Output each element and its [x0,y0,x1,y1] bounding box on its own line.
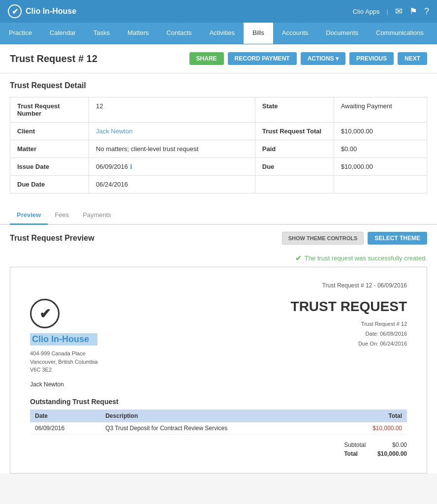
table-row: Due Date 06/24/2016 [10,176,427,193]
client-label: Client [10,123,89,140]
tab-fees[interactable]: Fees [48,206,76,225]
preview-title: Trust Request Preview [10,234,94,243]
doc-info-number: Trust Request # 12 [291,319,407,329]
total-label: Total [344,450,358,457]
doc-logo-icon: ✔ [30,299,60,328]
table-row: Trust Request Number 12 State Awaiting P… [10,97,427,123]
header-actions: SHARE RECORD PAYMENT ACTIONS PREVIOUS NE… [189,52,427,65]
paid-value: $0.00 [334,140,427,158]
next-button[interactable]: NEXT [398,52,427,65]
actions-button[interactable]: ACTIONS [301,52,345,65]
detail-table: Trust Request Number 12 State Awaiting P… [10,97,427,193]
doc-main-title: TRUST REQUEST [291,299,407,315]
nav-practice[interactable]: Practice [0,23,41,44]
person-icon[interactable]: ⚑ [409,6,417,17]
trust-total-value: $10,000.00 [334,123,427,140]
total-header: Total [337,410,407,422]
table-row: Client Jack Newton Trust Request Total $… [10,123,427,140]
outstanding-table: Date Description Total 06/09/2016 Q3 Tru… [30,410,407,435]
top-bar: ✔ Clio In-House Clio Apps | ✉ ⚑ ? [0,0,437,23]
due-date-value: 06/24/2016 [89,176,255,193]
previous-button[interactable]: PREVIOUS [349,52,394,65]
clio-apps-link[interactable]: Clio Apps [353,8,380,15]
outstanding-section: Outstanding Trust Request Date Descripti… [30,398,407,458]
totals-section: Subtotal $0.00 Total $10,000.00 [30,441,407,458]
detail-section: Trust Request Detail Trust Request Numbe… [0,73,437,201]
preview-header: Trust Request Preview SHOW THEME CONTROL… [0,225,437,252]
trust-total-label: Trust Request Total [255,123,334,140]
app-name: Clio In-House [26,7,76,16]
row-date: 06/09/2016 [30,422,100,435]
subtotal-value: $0.00 [392,441,407,448]
logo-icon: ✔ [8,4,22,18]
total-row: Total $10,000.00 [344,449,407,458]
client-value: Jack Newton [89,123,255,140]
detail-section-title: Trust Request Detail [10,81,427,90]
nav-documents[interactable]: Documents [317,23,367,44]
row-description: Q3 Trust Deposit for Contract Review Ser… [100,422,337,435]
doc-body: ✔ Clio In-House 404-999 Canada Place Van… [30,299,407,388]
doc-title-section: TRUST REQUEST Trust Request # 12 Date: 0… [291,299,407,348]
top-bar-right: Clio Apps | ✉ ⚑ ? [353,6,429,17]
page-content: Trust Request # 12 SHARE RECORD PAYMENT … [0,44,437,473]
doc-company-name: Clio In-House [30,333,97,346]
nav-tasks[interactable]: Tasks [85,23,119,44]
due-date-label: Due Date [10,176,89,193]
nav-matters[interactable]: Matters [119,23,157,44]
document-preview: Trust Request # 12 - 06/09/2016 ✔ Clio I… [10,267,427,473]
app-logo: ✔ Clio In-House [8,4,353,18]
nav-bills[interactable]: Bills [244,23,273,44]
select-theme-button[interactable]: SELECT THEME [368,232,427,245]
success-text: The trust request was successfully creat… [305,254,427,262]
nav-communications[interactable]: Communications [367,23,433,44]
nav-accounts[interactable]: Accounts [273,23,317,44]
divider: | [387,8,388,15]
show-theme-controls-button[interactable]: SHOW THEME CONTROLS [282,232,364,245]
main-nav: Practice Calendar Tasks Matters Contacts… [0,23,437,44]
record-payment-button[interactable]: RECORD PAYMENT [228,52,297,65]
date-header: Date [30,410,100,422]
empty-cell [255,176,334,193]
due-value: $10,000.00 [334,158,427,176]
doc-info-date: Date: 06/09/2016 [291,329,407,339]
state-value: Awaiting Payment [334,97,427,123]
subtotal-label: Subtotal [344,441,366,448]
help-icon[interactable]: ? [424,6,429,17]
share-button[interactable]: SHARE [189,52,224,65]
address-line2: Vancouver, British Columbia [30,358,97,366]
totals-block: Subtotal $0.00 Total $10,000.00 [344,441,407,458]
success-icon: ✔ [295,253,302,263]
doc-info-due: Due On: 06/24/2016 [291,339,407,349]
nav-contacts[interactable]: Contacts [157,23,200,44]
table-row: Matter No matters; client-level trust re… [10,140,427,158]
matter-value: No matters; client-level trust request [89,140,255,158]
tab-preview[interactable]: Preview [10,206,48,225]
trust-request-number-label: Trust Request Number [10,97,89,123]
issue-date-label: Issue Date [10,158,89,176]
issue-date-value: 06/09/2016 ℹ [89,158,255,176]
due-label: Due [255,158,334,176]
total-value: $10,000.00 [377,450,407,457]
issue-date-help-icon[interactable]: ℹ [130,163,132,170]
description-header: Description [100,410,337,422]
doc-ref: Trust Request # 12 - 06/09/2016 [322,282,407,289]
row-total: $10,000.00 [337,422,407,435]
page-header: Trust Request # 12 SHARE RECORD PAYMENT … [0,44,437,73]
subtotal-row: Subtotal $0.00 [344,441,407,449]
client-link[interactable]: Jack Newton [96,127,132,135]
doc-info-lines: Trust Request # 12 Date: 06/09/2016 Due … [291,319,407,348]
trust-request-number-value: 12 [89,97,255,123]
doc-client-name: Jack Newton [30,381,97,388]
address-line3: V6C 3E2 [30,366,97,374]
messages-icon[interactable]: ✉ [395,6,403,17]
paid-label: Paid [255,140,334,158]
doc-header-row: Trust Request # 12 - 06/09/2016 [30,282,407,289]
table-header-row: Date Description Total [30,410,407,422]
address-line1: 404-999 Canada Place [30,349,97,358]
tab-payments[interactable]: Payments [76,206,118,225]
success-message: ✔ The trust request was successfully cre… [0,252,437,267]
nav-activities[interactable]: Activities [201,23,244,44]
nav-calendar[interactable]: Calendar [41,23,85,44]
state-label: State [255,97,334,123]
tabs-bar: Preview Fees Payments [0,206,437,225]
